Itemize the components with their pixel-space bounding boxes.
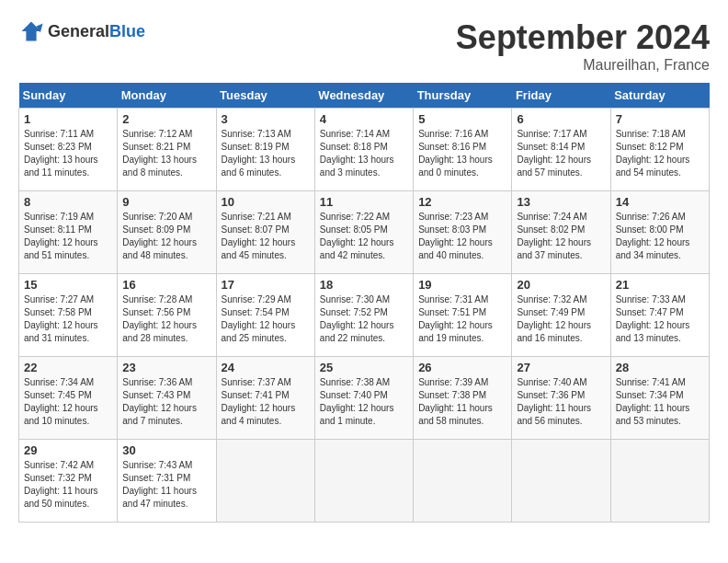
day-number: 29 [24, 443, 112, 457]
col-header-sunday: Sunday [19, 83, 118, 109]
col-header-saturday: Saturday [610, 83, 709, 109]
calendar-day-cell: 28Sunrise: 7:41 AM Sunset: 7:34 PM Dayli… [610, 357, 709, 440]
logo-icon [18, 18, 44, 44]
month-year-title: September 2024 [456, 18, 710, 57]
location-subtitle: Maureilhan, France [456, 57, 710, 74]
day-info: Sunrise: 7:11 AM Sunset: 8:23 PM Dayligh… [24, 128, 112, 179]
calendar-day-cell: 2Sunrise: 7:12 AM Sunset: 8:21 PM Daylig… [118, 109, 216, 191]
day-info: Sunrise: 7:39 AM Sunset: 7:38 PM Dayligh… [418, 376, 506, 428]
day-info: Sunrise: 7:20 AM Sunset: 8:09 PM Dayligh… [122, 211, 210, 262]
col-header-friday: Friday [512, 83, 610, 109]
calendar-day-cell: 5Sunrise: 7:16 AM Sunset: 8:16 PM Daylig… [414, 109, 512, 191]
day-number: 28 [616, 361, 704, 374]
calendar-day-cell: 7Sunrise: 7:18 AM Sunset: 8:12 PM Daylig… [610, 109, 709, 191]
day-info: Sunrise: 7:33 AM Sunset: 7:47 PM Dayligh… [616, 293, 704, 345]
day-number: 11 [320, 195, 408, 209]
day-number: 22 [24, 361, 112, 374]
calendar-day-cell: 24Sunrise: 7:37 AM Sunset: 7:41 PM Dayli… [216, 357, 314, 440]
day-info: Sunrise: 7:13 AM Sunset: 8:19 PM Dayligh… [222, 128, 310, 179]
day-number: 16 [122, 278, 210, 292]
calendar-day-cell: 1Sunrise: 7:11 AM Sunset: 8:23 PM Daylig… [19, 109, 118, 191]
day-number: 8 [24, 195, 112, 209]
day-number: 1 [24, 112, 112, 126]
day-info: Sunrise: 7:43 AM Sunset: 7:31 PM Dayligh… [122, 459, 210, 511]
day-info: Sunrise: 7:27 AM Sunset: 7:58 PM Dayligh… [24, 293, 112, 345]
day-number: 30 [122, 443, 210, 457]
day-number: 9 [122, 195, 210, 209]
calendar-week-row: 29Sunrise: 7:42 AM Sunset: 7:32 PM Dayli… [19, 440, 710, 523]
day-number: 12 [418, 195, 506, 209]
calendar-day-cell [610, 440, 709, 523]
logo: GeneralBlue [18, 18, 145, 44]
day-info: Sunrise: 7:29 AM Sunset: 7:54 PM Dayligh… [222, 293, 310, 345]
day-info: Sunrise: 7:26 AM Sunset: 8:00 PM Dayligh… [616, 211, 704, 262]
calendar-header-row: SundayMondayTuesdayWednesdayThursdayFrid… [19, 83, 710, 109]
calendar-day-cell: 12Sunrise: 7:23 AM Sunset: 8:03 PM Dayli… [414, 191, 512, 274]
calendar-week-row: 8Sunrise: 7:19 AM Sunset: 8:11 PM Daylig… [19, 191, 710, 274]
calendar-day-cell: 11Sunrise: 7:22 AM Sunset: 8:05 PM Dayli… [314, 191, 413, 274]
calendar-day-cell: 30Sunrise: 7:43 AM Sunset: 7:31 PM Dayli… [118, 440, 216, 523]
calendar-day-cell: 26Sunrise: 7:39 AM Sunset: 7:38 PM Dayli… [414, 357, 512, 440]
day-info: Sunrise: 7:37 AM Sunset: 7:41 PM Dayligh… [222, 376, 310, 428]
day-number: 25 [320, 361, 408, 374]
calendar-day-cell: 9Sunrise: 7:20 AM Sunset: 8:09 PM Daylig… [118, 191, 216, 274]
day-number: 7 [616, 112, 704, 126]
calendar-day-cell: 15Sunrise: 7:27 AM Sunset: 7:58 PM Dayli… [19, 274, 118, 357]
day-number: 23 [122, 361, 210, 374]
day-info: Sunrise: 7:12 AM Sunset: 8:21 PM Dayligh… [122, 128, 210, 179]
calendar-day-cell: 27Sunrise: 7:40 AM Sunset: 7:36 PM Dayli… [512, 357, 610, 440]
day-info: Sunrise: 7:18 AM Sunset: 8:12 PM Dayligh… [616, 128, 704, 179]
day-number: 17 [222, 278, 310, 292]
logo-blue-text: Blue [109, 22, 145, 40]
day-number: 21 [616, 278, 704, 292]
calendar-day-cell: 10Sunrise: 7:21 AM Sunset: 8:07 PM Dayli… [216, 191, 314, 274]
calendar-table: SundayMondayTuesdayWednesdayThursdayFrid… [18, 83, 710, 523]
calendar-body: 1Sunrise: 7:11 AM Sunset: 8:23 PM Daylig… [19, 109, 710, 523]
calendar-day-cell [314, 440, 413, 523]
day-info: Sunrise: 7:38 AM Sunset: 7:40 PM Dayligh… [320, 376, 408, 428]
calendar-day-cell: 25Sunrise: 7:38 AM Sunset: 7:40 PM Dayli… [314, 357, 413, 440]
calendar-week-row: 22Sunrise: 7:34 AM Sunset: 7:45 PM Dayli… [19, 357, 710, 440]
calendar-day-cell [512, 440, 610, 523]
calendar-day-cell: 22Sunrise: 7:34 AM Sunset: 7:45 PM Dayli… [19, 357, 118, 440]
calendar-day-cell: 17Sunrise: 7:29 AM Sunset: 7:54 PM Dayli… [216, 274, 314, 357]
svg-marker-0 [22, 22, 41, 41]
day-info: Sunrise: 7:31 AM Sunset: 7:51 PM Dayligh… [418, 293, 506, 345]
day-info: Sunrise: 7:21 AM Sunset: 8:07 PM Dayligh… [222, 211, 310, 262]
day-info: Sunrise: 7:22 AM Sunset: 8:05 PM Dayligh… [320, 211, 408, 262]
calendar-day-cell: 23Sunrise: 7:36 AM Sunset: 7:43 PM Dayli… [118, 357, 216, 440]
day-info: Sunrise: 7:40 AM Sunset: 7:36 PM Dayligh… [517, 376, 605, 428]
col-header-monday: Monday [118, 83, 216, 109]
calendar-day-cell [414, 440, 512, 523]
day-info: Sunrise: 7:34 AM Sunset: 7:45 PM Dayligh… [24, 376, 112, 428]
calendar-day-cell: 21Sunrise: 7:33 AM Sunset: 7:47 PM Dayli… [610, 274, 709, 357]
day-info: Sunrise: 7:16 AM Sunset: 8:16 PM Dayligh… [418, 128, 506, 179]
day-number: 18 [320, 278, 408, 292]
calendar-day-cell: 8Sunrise: 7:19 AM Sunset: 8:11 PM Daylig… [19, 191, 118, 274]
logo-general-text: General [48, 22, 109, 40]
day-info: Sunrise: 7:42 AM Sunset: 7:32 PM Dayligh… [24, 459, 112, 511]
col-header-tuesday: Tuesday [216, 83, 314, 109]
day-number: 19 [418, 278, 506, 292]
day-info: Sunrise: 7:30 AM Sunset: 7:52 PM Dayligh… [320, 293, 408, 345]
day-number: 14 [616, 195, 704, 209]
calendar-day-cell: 4Sunrise: 7:14 AM Sunset: 8:18 PM Daylig… [314, 109, 413, 191]
day-info: Sunrise: 7:17 AM Sunset: 8:14 PM Dayligh… [517, 128, 605, 179]
calendar-week-row: 15Sunrise: 7:27 AM Sunset: 7:58 PM Dayli… [19, 274, 710, 357]
day-info: Sunrise: 7:28 AM Sunset: 7:56 PM Dayligh… [122, 293, 210, 345]
day-number: 6 [517, 112, 605, 126]
day-info: Sunrise: 7:24 AM Sunset: 8:02 PM Dayligh… [517, 211, 605, 262]
calendar-day-cell: 16Sunrise: 7:28 AM Sunset: 7:56 PM Dayli… [118, 274, 216, 357]
calendar-day-cell: 3Sunrise: 7:13 AM Sunset: 8:19 PM Daylig… [216, 109, 314, 191]
calendar-day-cell: 20Sunrise: 7:32 AM Sunset: 7:49 PM Dayli… [512, 274, 610, 357]
col-header-thursday: Thursday [414, 83, 512, 109]
day-number: 27 [517, 361, 605, 374]
day-number: 5 [418, 112, 506, 126]
calendar-day-cell: 18Sunrise: 7:30 AM Sunset: 7:52 PM Dayli… [314, 274, 413, 357]
day-number: 24 [222, 361, 310, 374]
title-area: September 2024 Maureilhan, France [456, 18, 710, 74]
day-info: Sunrise: 7:23 AM Sunset: 8:03 PM Dayligh… [418, 211, 506, 262]
day-number: 13 [517, 195, 605, 209]
day-number: 4 [320, 112, 408, 126]
day-number: 3 [222, 112, 310, 126]
